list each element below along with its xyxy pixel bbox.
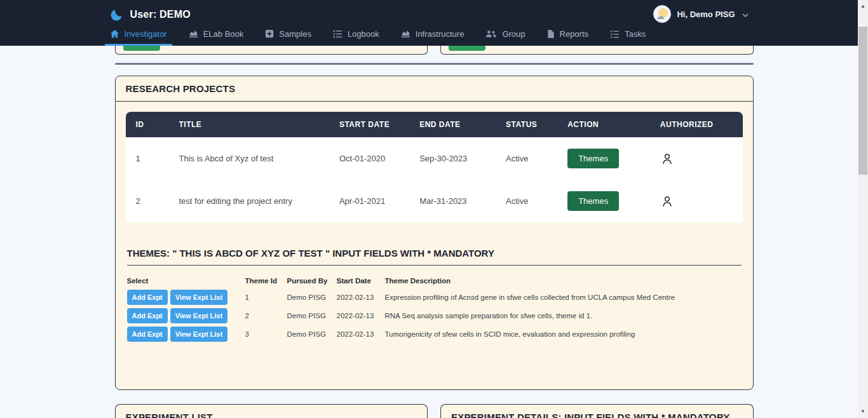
add-expt-button[interactable]: Add Expt bbox=[127, 290, 168, 305]
list-icon bbox=[333, 29, 342, 39]
experiment-details-panel: EXPERIMENT DETAILS: INPUT FIELDS WITH * … bbox=[440, 404, 754, 418]
chart-area-icon bbox=[401, 29, 410, 39]
add-expt-button[interactable]: Add Expt bbox=[127, 308, 168, 323]
chevron-down-icon bbox=[742, 8, 749, 20]
authorized-person-icon[interactable] bbox=[650, 137, 743, 180]
project-id: 2 bbox=[126, 180, 169, 222]
column-header-action: ACTION bbox=[557, 112, 650, 137]
view-expt-list-button[interactable]: View Expt List bbox=[170, 308, 227, 323]
top-navbar: User: DEMO ☁ Hi, Demo PISG Investigator bbox=[0, 0, 858, 46]
view-expt-list-button[interactable]: View Expt List bbox=[170, 290, 227, 305]
theme-description: Expression profiling of Acnsd gene in sf… bbox=[385, 293, 742, 301]
nav-item-label: Samples bbox=[279, 29, 311, 39]
nav-item-label: Group bbox=[502, 29, 525, 39]
theme-id: 2 bbox=[245, 312, 287, 320]
top-cutoff-panels bbox=[115, 46, 754, 55]
avatar: ☁ bbox=[653, 5, 671, 23]
view-expt-list-button[interactable]: View Expt List bbox=[170, 327, 227, 342]
authorized-person-icon[interactable] bbox=[650, 180, 743, 222]
project-start-date: Apr-01-2021 bbox=[329, 180, 409, 222]
theme-column-select: Select bbox=[127, 277, 245, 285]
theme-row: Add ExptView Expt List2Demo PISG2022-02-… bbox=[126, 308, 743, 323]
project-row: 1This is Abcd of Xyz of testOct-01-2020S… bbox=[126, 137, 743, 180]
scrollbar-up-arrow[interactable]: ▲ bbox=[858, 1, 868, 11]
nav-item-label: Logbook bbox=[348, 29, 379, 39]
themes-section-heading: THEMES: " THIS IS ABCD OF XYZ OF TEST " … bbox=[127, 248, 742, 259]
project-status: Active bbox=[496, 137, 557, 180]
green-button-partial[interactable] bbox=[449, 46, 485, 51]
theme-id: 3 bbox=[245, 330, 287, 338]
vertical-scrollbar[interactable]: ▲ ▼ bbox=[858, 0, 868, 418]
research-projects-title: RESEARCH PROJECTS bbox=[116, 76, 753, 102]
nav-item-group[interactable]: Group bbox=[485, 25, 525, 46]
theme-column-id: Theme Id bbox=[245, 277, 287, 285]
main-nav: Investigator ELab Book Samples Logbook bbox=[110, 25, 749, 46]
themes-button[interactable]: Themes bbox=[567, 191, 619, 211]
user-menu[interactable]: ☁ Hi, Demo PISG bbox=[653, 5, 748, 23]
theme-select-cell: Add ExptView Expt List bbox=[127, 327, 245, 342]
project-row: 2test for editing the project entryApr-0… bbox=[126, 180, 743, 222]
themes-table-body: Add ExptView Expt List1Demo PISG2022-02-… bbox=[126, 290, 743, 342]
project-id: 1 bbox=[126, 137, 169, 180]
column-header-end-date: END DATE bbox=[409, 112, 496, 137]
themes-heading-divider bbox=[127, 265, 742, 266]
nav-item-reports[interactable]: Reports bbox=[547, 25, 589, 46]
bottom-panels: EXPERIMENT LIST EXPERIMENT DETAILS: INPU… bbox=[115, 404, 754, 418]
column-header-start-date: START DATE bbox=[329, 112, 409, 137]
theme-column-pursued-by: Pursued By bbox=[287, 277, 337, 285]
green-button-partial[interactable] bbox=[123, 46, 160, 51]
project-title: test for editing the project entry bbox=[168, 180, 329, 222]
nav-item-label: Investigator bbox=[125, 29, 167, 39]
theme-description: Tumorigenicity of sfew cells in SCID mic… bbox=[385, 330, 742, 338]
top-left-panel-partial bbox=[115, 46, 428, 55]
project-action-cell: Themes bbox=[557, 180, 650, 222]
theme-row: Add ExptView Expt List1Demo PISG2022-02-… bbox=[126, 290, 743, 305]
theme-start-date: 2022-02-13 bbox=[337, 312, 385, 320]
nav-item-label: Infrastructure bbox=[416, 29, 465, 39]
theme-column-start-date: Start Date bbox=[337, 277, 385, 285]
brand-title: User: DEMO bbox=[130, 9, 191, 20]
theme-select-cell: Add ExptView Expt List bbox=[127, 290, 245, 305]
themes-button[interactable]: Themes bbox=[567, 149, 619, 168]
main-content: RESEARCH PROJECTS ID TITLE START DATE EN… bbox=[115, 0, 754, 418]
theme-select-cell: Add ExptView Expt List bbox=[127, 308, 245, 323]
scrollbar-down-arrow[interactable]: ▼ bbox=[858, 407, 868, 417]
themes-table-header: Select Theme Id Pursued By Start Date Th… bbox=[126, 277, 743, 285]
theme-pursued-by: Demo PISG bbox=[287, 293, 337, 301]
column-header-status: STATUS bbox=[496, 112, 557, 137]
theme-pursued-by: Demo PISG bbox=[287, 330, 337, 338]
plus-square-icon bbox=[265, 29, 274, 38]
research-projects-table: ID TITLE START DATE END DATE STATUS ACTI… bbox=[126, 112, 743, 222]
theme-start-date: 2022-02-13 bbox=[337, 293, 385, 301]
research-projects-panel: RESEARCH PROJECTS ID TITLE START DATE EN… bbox=[115, 76, 754, 390]
nav-item-logbook[interactable]: Logbook bbox=[333, 25, 379, 46]
project-end-date: Mar-31-2023 bbox=[409, 180, 496, 222]
nav-item-elab-book[interactable]: ELab Book bbox=[189, 25, 244, 46]
experiment-list-title: EXPERIMENT LIST bbox=[116, 405, 428, 418]
home-icon bbox=[110, 29, 119, 39]
chart-area-icon bbox=[189, 29, 198, 39]
brand-row: User: DEMO ☁ Hi, Demo PISG bbox=[110, 0, 749, 25]
nav-item-label: Reports bbox=[560, 29, 589, 39]
add-expt-button[interactable]: Add Expt bbox=[127, 327, 168, 342]
nav-item-tasks[interactable]: Tasks bbox=[610, 25, 646, 46]
project-action-cell: Themes bbox=[557, 137, 650, 180]
tasks-icon bbox=[610, 30, 620, 38]
nav-item-samples[interactable]: Samples bbox=[265, 25, 311, 46]
theme-row: Add ExptView Expt List3Demo PISG2022-02-… bbox=[126, 327, 743, 342]
nav-item-investigator[interactable]: Investigator bbox=[110, 25, 167, 46]
project-title: This is Abcd of Xyz of test bbox=[168, 137, 329, 180]
nav-item-label: Tasks bbox=[625, 29, 646, 39]
projects-table-body: 1This is Abcd of Xyz of testOct-01-2020S… bbox=[126, 137, 743, 222]
nav-item-label: ELab Book bbox=[203, 29, 244, 39]
scrollbar-thumb[interactable] bbox=[858, 27, 867, 175]
file-icon bbox=[547, 29, 555, 39]
projects-table-header-row: ID TITLE START DATE END DATE STATUS ACTI… bbox=[126, 112, 743, 137]
theme-start-date: 2022-02-13 bbox=[337, 330, 385, 338]
section-divider bbox=[115, 63, 754, 65]
theme-column-description: Theme Description bbox=[385, 277, 742, 285]
project-end-date: Sep-30-2023 bbox=[409, 137, 496, 180]
theme-pursued-by: Demo PISG bbox=[287, 312, 337, 320]
users-icon bbox=[485, 30, 497, 38]
nav-item-infrastructure[interactable]: Infrastructure bbox=[401, 25, 465, 46]
